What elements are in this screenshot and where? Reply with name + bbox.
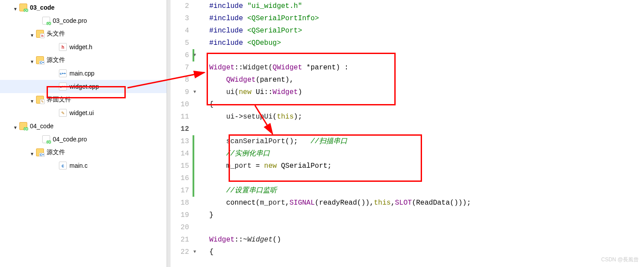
tree-folder-forms[interactable]: 界面文件 [0, 93, 167, 106]
expand-icon[interactable] [30, 97, 35, 102]
code-line[interactable]: scanSerialPort(); //扫描串口 [200, 135, 644, 148]
sources-folder-icon [36, 56, 44, 64]
tree-file-main-cpp[interactable]: c++ main.cpp [0, 67, 167, 80]
tree-label: 03_code.pro [53, 17, 87, 24]
code-line[interactable]: ui->setupUi(this); [200, 111, 644, 123]
tree-project-03[interactable]: 03_code [0, 1, 167, 14]
tree-folder-sources[interactable]: 源文件 [0, 146, 167, 159]
code-line[interactable]: #include <QDebug> [200, 37, 644, 49]
line-number: 3 [171, 12, 189, 25]
tree-folder-sources[interactable]: 源文件 [0, 54, 167, 67]
tree-label: 04_code.pro [53, 136, 87, 143]
tree-project-04[interactable]: 04_code [0, 119, 167, 133]
tree-label: 头文件 [47, 30, 65, 38]
cpp-file-icon: c++ [59, 69, 67, 77]
code-line[interactable]: Widget::~Widget() [200, 234, 644, 246]
line-number: 17 [171, 184, 189, 197]
tree-file-ui[interactable]: ✎ widget.ui [0, 106, 167, 119]
code-content[interactable]: #include "ui_widget.h" #include <QSerial… [200, 0, 644, 267]
expand-icon[interactable] [13, 123, 18, 129]
tree-file-pro[interactable]: 03_code.pro [0, 14, 167, 27]
fold-icon[interactable]: ▼ [193, 249, 196, 254]
headers-folder-icon [36, 30, 44, 38]
line-number: 2 [171, 0, 189, 12]
line-number: 8 [171, 74, 189, 86]
line-number: 4 [171, 25, 189, 37]
line-number: 10 [171, 98, 189, 111]
code-line[interactable] [200, 221, 644, 234]
ui-file-icon: ✎ [59, 109, 67, 117]
cpp-file-icon: c++ [59, 83, 67, 90]
code-editor[interactable]: 2 3 4 5 6 7 8 9 10 11 12 13 14 15 16 17 … [167, 0, 644, 267]
expand-icon[interactable] [30, 58, 35, 63]
line-number: 11 [171, 111, 189, 123]
tree-file-h[interactable]: h widget.h [0, 40, 167, 54]
line-number: 21 [171, 234, 189, 246]
tree-label: 界面文件 [47, 96, 71, 104]
tree-label: widget.cpp [69, 83, 99, 90]
code-line[interactable]: #include <QSerialPortInfo> [200, 12, 644, 25]
code-line[interactable]: Widget::Widget(QWidget *parent) : [200, 61, 644, 74]
tree-label: main.cpp [69, 70, 95, 77]
line-number: 5 [171, 37, 189, 49]
tree-file-widget-cpp[interactable]: c++ widget.cpp [0, 80, 167, 93]
expand-icon[interactable] [30, 150, 35, 155]
line-number: 22 [171, 246, 189, 258]
qt-pro-file-icon [42, 135, 50, 143]
header-file-icon: h [59, 43, 67, 51]
c-file-icon: c [59, 162, 67, 170]
expand-icon[interactable] [30, 31, 35, 36]
code-line[interactable] [200, 49, 644, 61]
code-line[interactable]: ui(new Ui::Widget) [200, 86, 644, 98]
forms-folder-icon [36, 96, 44, 104]
code-line[interactable] [200, 123, 644, 135]
code-line[interactable]: { [200, 246, 644, 258]
code-line[interactable]: //设置串口监听 [200, 184, 644, 197]
tree-label: 源文件 [47, 56, 65, 64]
code-line[interactable]: //实例化串口 [200, 148, 644, 160]
code-line[interactable]: #include "ui_widget.h" [200, 0, 644, 12]
tree-label: widget.ui [69, 109, 94, 116]
fold-icon[interactable]: ▼ [193, 90, 196, 94]
sources-folder-icon [36, 148, 44, 156]
code-line[interactable]: connect(m_port,SIGNAL(readyRead()),this,… [200, 197, 644, 209]
tree-label: 03_code [30, 4, 55, 11]
fold-column[interactable]: ▼ ▼ ▼ [193, 0, 200, 267]
project-tree[interactable]: 03_code 03_code.pro 头文件 h widget.h 源文件 c… [0, 0, 167, 267]
line-number: 20 [171, 221, 189, 234]
line-number: 16 [171, 172, 189, 184]
tree-label: widget.h [69, 43, 92, 51]
line-number: 13 [171, 135, 189, 148]
project-folder-icon [19, 122, 27, 130]
line-number: 12 [171, 123, 189, 135]
code-line[interactable]: #include <QSerialPort> [200, 25, 644, 37]
line-gutter[interactable]: 2 3 4 5 6 7 8 9 10 11 12 13 14 15 16 17 … [171, 0, 193, 267]
tree-label: 源文件 [47, 148, 65, 156]
code-line[interactable]: } [200, 209, 644, 221]
project-folder-icon [19, 4, 27, 11]
code-line[interactable]: QWidget(parent), [200, 74, 644, 86]
line-number: 7 [171, 61, 189, 74]
line-number: 9 [171, 86, 189, 98]
tree-file-main-c[interactable]: c main.c [0, 159, 167, 172]
code-line[interactable] [200, 172, 644, 184]
qt-pro-file-icon [42, 17, 50, 25]
fold-icon[interactable]: ▼ [193, 53, 196, 58]
tree-label: 04_code [30, 123, 54, 130]
watermark: CSDN @長風曾 [601, 256, 639, 263]
line-number: 18 [171, 197, 189, 209]
tree-folder-headers[interactable]: 头文件 [0, 27, 167, 40]
line-number: 6 [171, 49, 189, 61]
line-number: 19 [171, 209, 189, 221]
line-number: 15 [171, 160, 189, 172]
expand-icon[interactable] [13, 5, 18, 10]
code-line[interactable]: m_port = new QSerialPort; [200, 160, 644, 172]
tree-file-pro[interactable]: 04_code.pro [0, 133, 167, 146]
code-line[interactable]: { [200, 98, 644, 111]
line-number: 14 [171, 148, 189, 160]
tree-label: main.c [69, 162, 87, 169]
